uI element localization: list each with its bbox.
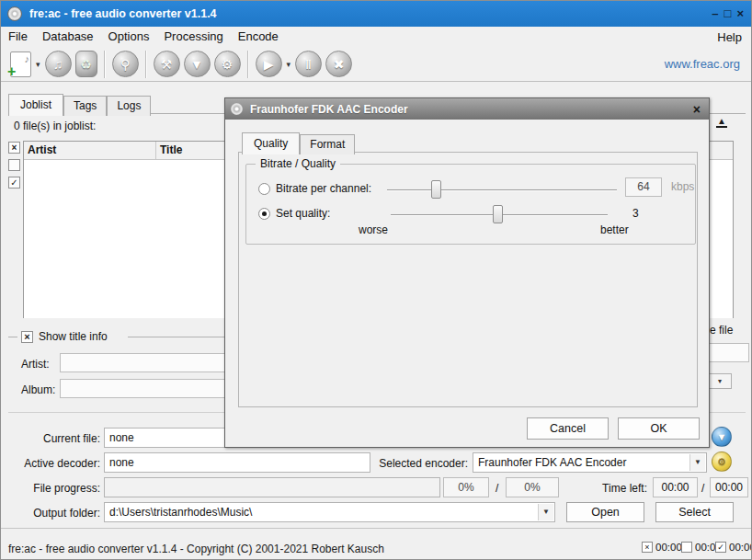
tab-tags[interactable]: Tags (63, 96, 107, 116)
dialog-close-icon[interactable]: × (693, 103, 701, 116)
tab-joblist[interactable]: Joblist (8, 94, 63, 116)
eject-button[interactable]: ▲ (714, 117, 729, 128)
bitrate-label: Bitrate per channel: (276, 182, 371, 195)
title-bar: fre:ac - free audio converter v1.1.4 – □… (1, 1, 751, 27)
cancel-button[interactable]: Cancel (527, 417, 609, 440)
statusbar-divider (1, 528, 751, 529)
add-cd-button[interactable]: ♫ (45, 51, 72, 77)
file-progress-label: File progress: (8, 482, 100, 495)
toolbar-separator (247, 51, 249, 78)
bitrate-slider-thumb[interactable] (431, 180, 441, 199)
timer-value: 00:00 (729, 542, 752, 553)
music-note-icon: ♪ (25, 53, 30, 64)
open-button[interactable]: Open (566, 502, 644, 522)
time-left-total-value: 00:00 (710, 477, 748, 497)
chevron-down-icon[interactable]: ▼ (689, 454, 705, 471)
tool-bar: ♪ + ▾ ♫ ♻ ⚲ ⚒ ▼ ⚙ ▶ ▾ Ⅱ ✖ www.freac.org (1, 47, 751, 82)
timer-selected: × 00:00 (642, 542, 682, 553)
selected-encoder-value: Fraunhofer FDK AAC Encoder (478, 456, 626, 469)
maximize-icon[interactable]: □ (724, 3, 732, 25)
pause-encoding-button[interactable]: Ⅱ (295, 51, 322, 77)
plus-icon: + (7, 63, 16, 80)
select-button[interactable]: Select (655, 502, 734, 522)
start-encoding-dropdown-icon[interactable]: ▾ (287, 60, 291, 69)
quality-label: Set quality: (276, 207, 330, 220)
stop-encoding-button[interactable]: ✖ (325, 51, 352, 77)
current-file-label: Current file: (8, 432, 100, 445)
gear-icon: ⚙ (222, 58, 234, 71)
scale-better-label: better (600, 223, 629, 236)
output-folder-label: Output folder: (8, 507, 100, 520)
dialog-tab-quality[interactable]: Quality (242, 132, 300, 154)
wrench-icon: ⚒ (161, 58, 173, 71)
statusbar-text: fre:ac - free audio converter v1.1.4 - C… (8, 543, 384, 555)
section-line-left (8, 337, 17, 337)
timer-all: ✓ 00:00 (715, 542, 752, 553)
checkbox-x-icon: × (642, 542, 653, 553)
remove-entry-button[interactable]: ♻ (75, 51, 97, 77)
dialog-title: Fraunhofer FDK AAC Encoder (250, 103, 408, 116)
start-encoding-button[interactable]: ▶ (256, 51, 282, 77)
active-decoder-value: none (104, 452, 370, 473)
scale-worse-label: worse (359, 223, 388, 236)
menu-options[interactable]: Options (101, 27, 157, 47)
selected-encoder-label: Selected encoder: (369, 457, 468, 470)
dialog-tab-strip: Quality Format (242, 132, 355, 154)
file-progress-bar (104, 477, 440, 497)
time-separator: / (701, 482, 704, 495)
quality-radio[interactable] (258, 208, 270, 220)
ok-button[interactable]: OK (618, 417, 700, 440)
album-label: Album: (21, 383, 55, 396)
time-left-label: Time left: (575, 482, 647, 495)
settings-button[interactable]: ⚒ (154, 51, 180, 77)
column-filler (710, 142, 733, 159)
dialog-tab-format[interactable]: Format (300, 134, 355, 154)
processing-button[interactable]: ▼ (184, 51, 211, 77)
menu-help[interactable]: Help (708, 30, 751, 44)
select-none-button[interactable] (8, 159, 20, 171)
configure-encoder-button[interactable]: ⚙ (214, 51, 241, 77)
bitrate-unit: kbps (671, 180, 694, 193)
main-tab-strip: Joblist Tags Logs (8, 94, 151, 116)
bitrate-quality-group: Bitrate / Quality Bitrate per channel: 6… (245, 164, 696, 245)
dialog-title-bar: Fraunhofer FDK AAC Encoder × (225, 98, 709, 120)
play-icon: ▶ (264, 58, 274, 71)
processing-status-button[interactable]: ▼ (712, 427, 732, 447)
menu-database[interactable]: Database (35, 27, 101, 47)
menu-bar: File Database Options Processing Encode … (1, 27, 751, 47)
gear-icon: ⚙ (717, 457, 726, 467)
funnel-icon: ▼ (190, 58, 203, 71)
selected-encoder-dropdown[interactable]: Fraunhofer FDK AAC Encoder ▼ (473, 452, 707, 473)
funnel-icon: ▼ (717, 432, 727, 442)
minimize-icon[interactable]: – (712, 3, 718, 25)
stop-icon: ✖ (334, 58, 345, 71)
menu-encode[interactable]: Encode (231, 27, 286, 47)
toggle-selection-button[interactable]: ✓ (8, 177, 20, 189)
show-title-info-label: Show title info (39, 330, 108, 343)
active-decoder-label: Active decoder: (8, 457, 100, 470)
output-folder-dropdown[interactable]: d:\Users\tristanrhodes\Music\ ▼ (104, 502, 555, 522)
close-icon[interactable]: × (736, 3, 744, 25)
menu-processing[interactable]: Processing (156, 27, 230, 47)
encode-to-single-file-label-fragment: e file (710, 324, 733, 337)
right-dropdown-fragment[interactable]: ▾ (708, 373, 732, 389)
checkbox-empty-icon (681, 542, 692, 553)
quality-slider-thumb[interactable] (493, 205, 503, 223)
bitrate-value: 64 (625, 177, 662, 197)
bitrate-slider[interactable] (387, 189, 617, 190)
column-artist[interactable]: Artist (24, 142, 156, 159)
select-all-button[interactable]: × (8, 142, 20, 154)
tab-logs[interactable]: Logs (107, 96, 151, 116)
menu-file[interactable]: File (1, 27, 35, 47)
right-input-fragment[interactable] (707, 343, 749, 362)
add-files-dropdown-icon[interactable]: ▾ (36, 60, 40, 69)
show-title-info-checkbox[interactable]: × (21, 331, 33, 343)
bitrate-radio[interactable] (258, 183, 270, 195)
freac-website-link[interactable]: www.freac.org (665, 57, 740, 71)
dialog-app-icon (231, 103, 243, 115)
encoder-settings-button[interactable]: ⚙ (712, 451, 732, 472)
add-files-button[interactable]: ♪ + (10, 51, 31, 77)
cddb-query-button[interactable]: ⚲ (112, 51, 139, 77)
output-folder-value: d:\Users\tristanrhodes\Music\ (109, 506, 252, 519)
chevron-down-icon[interactable]: ▼ (538, 504, 553, 520)
